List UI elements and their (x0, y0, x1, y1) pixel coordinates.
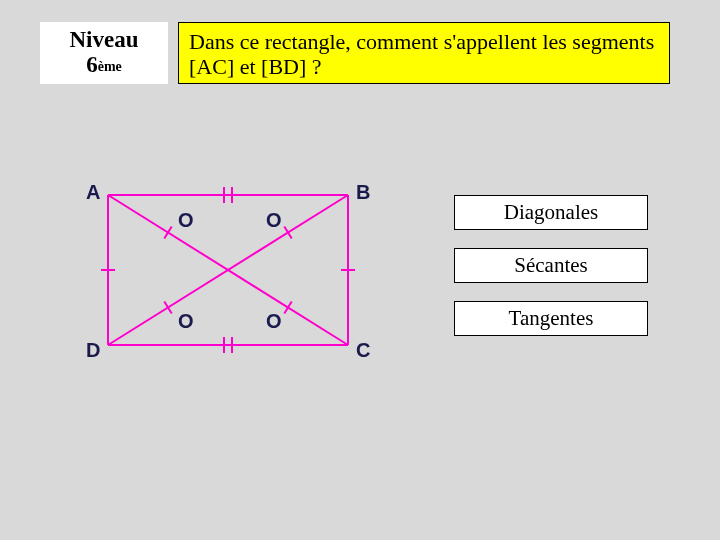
svg-line-15 (164, 302, 171, 314)
question-box: Dans ce rectangle, comment s'appellent l… (178, 22, 670, 84)
center-label-o: O (266, 310, 282, 333)
rectangle-svg (78, 175, 398, 385)
center-label-o: O (178, 310, 194, 333)
vertex-label-d: D (86, 339, 100, 362)
rectangle-figure: A B C D O O O O (78, 175, 398, 385)
svg-line-13 (284, 302, 291, 314)
vertex-label-b: B (356, 181, 370, 204)
center-label-o: O (266, 209, 282, 232)
level-title: Niveau (40, 28, 168, 52)
svg-line-14 (284, 227, 291, 239)
center-label-o: O (178, 209, 194, 232)
question-text: Dans ce rectangle, comment s'appellent l… (189, 29, 654, 79)
level-grade: 6ème (40, 52, 168, 78)
answer-secantes[interactable]: Sécantes (454, 248, 648, 283)
level-grade-number: 6 (86, 52, 98, 77)
answer-diagonales[interactable]: Diagonales (454, 195, 648, 230)
vertex-label-c: C (356, 339, 370, 362)
answers-panel: Diagonales Sécantes Tangentes (454, 195, 648, 354)
answer-tangentes[interactable]: Tangentes (454, 301, 648, 336)
svg-line-12 (164, 227, 171, 239)
level-box: Niveau 6ème (40, 22, 168, 84)
vertex-label-a: A (86, 181, 100, 204)
level-grade-suffix: ème (98, 59, 122, 74)
